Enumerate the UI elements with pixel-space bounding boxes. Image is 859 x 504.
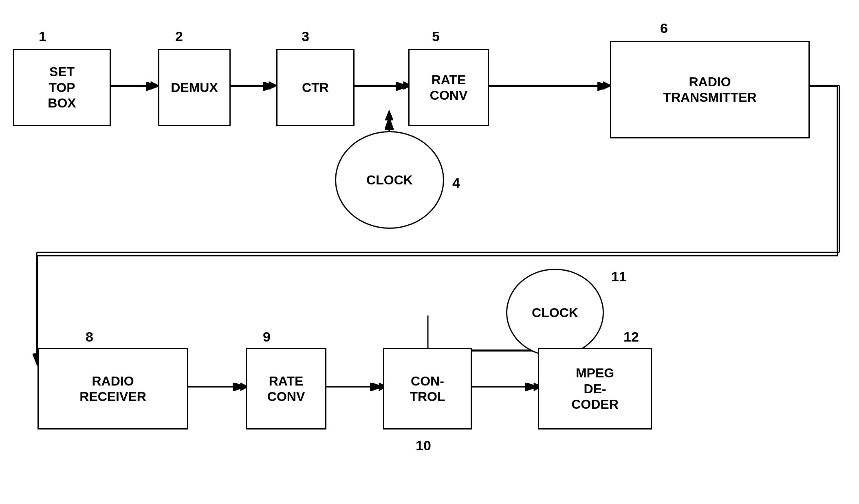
set-top-box-block: SETTOPBOX: [13, 49, 111, 126]
label-3: 3: [302, 28, 309, 44]
rate-conv-5-block: RATECONV: [408, 49, 489, 126]
radio-transmitter-label: RADIOTRANSMITTER: [663, 74, 756, 105]
label-9: 9: [263, 329, 271, 345]
control-label: CON-TROL: [410, 373, 445, 405]
label-5: 5: [432, 28, 440, 44]
rate-conv-9-block: RATECONV: [246, 348, 326, 429]
control-block: CON-TROL: [383, 348, 472, 429]
label-4: 4: [452, 175, 460, 191]
ctr-block: CTR: [276, 49, 355, 126]
label-1: 1: [39, 28, 46, 44]
set-top-box-label: SETTOPBOX: [48, 64, 76, 111]
ctr-label: CTR: [302, 80, 329, 95]
mpeg-decoder-label: MPEGDE-CODER: [571, 365, 619, 412]
radio-transmitter-block: RADIOTRANSMITTER: [610, 41, 810, 138]
rate-conv-9-label: RATECONV: [267, 373, 305, 405]
label-11: 11: [611, 269, 627, 285]
clock-11-label: CLOCK: [532, 305, 578, 320]
label-2: 2: [175, 28, 183, 44]
radio-receiver-label: RADIORECEIVER: [79, 373, 146, 405]
clock-11-circle: CLOCK: [506, 269, 604, 357]
clock-4-circle: CLOCK: [335, 131, 444, 229]
mpeg-decoder-block: MPEGDE-CODER: [538, 348, 652, 429]
clock-4-label: CLOCK: [366, 173, 413, 188]
rate-conv-5-label: RATECONV: [430, 72, 467, 103]
demux-label: DEMUX: [171, 80, 218, 95]
label-8: 8: [86, 329, 93, 345]
radio-receiver-block: RADIORECEIVER: [37, 348, 188, 429]
demux-block: DEMUX: [158, 49, 231, 126]
label-10: 10: [416, 438, 431, 454]
label-6: 6: [660, 20, 668, 36]
label-12: 12: [623, 329, 639, 345]
